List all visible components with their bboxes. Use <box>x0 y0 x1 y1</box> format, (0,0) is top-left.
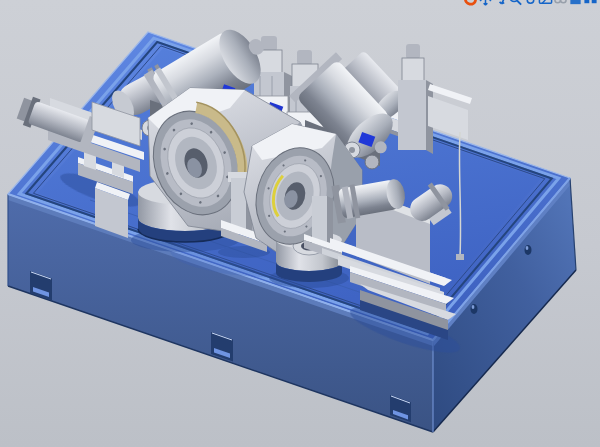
rotate-view-icon[interactable] <box>493 0 508 7</box>
pan-icon[interactable] <box>478 0 493 7</box>
model-scene[interactable] <box>0 0 600 447</box>
orbit-icon[interactable] <box>463 0 478 7</box>
section-view-icon[interactable] <box>568 0 583 7</box>
zoom-icon[interactable] <box>508 0 523 7</box>
view-orientation-icon[interactable] <box>583 0 598 7</box>
display-style-icon[interactable] <box>538 0 553 7</box>
hide-show-items-icon[interactable] <box>553 0 568 7</box>
cad-viewport[interactable] <box>0 0 600 447</box>
heads-up-toolbar <box>463 0 598 7</box>
view-settings-icon[interactable] <box>523 0 538 7</box>
